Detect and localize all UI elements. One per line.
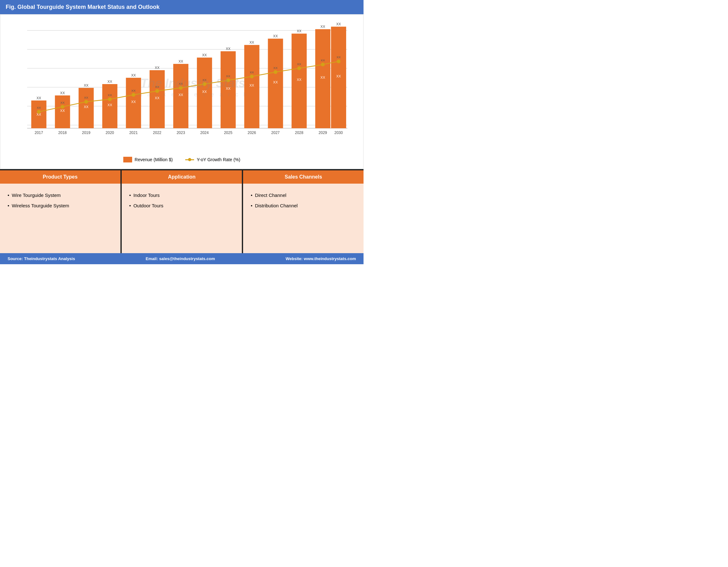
dot-2029 xyxy=(321,63,325,66)
svg-text:XX: XX xyxy=(84,83,89,87)
svg-text:XX: XX xyxy=(179,59,183,63)
legend-revenue: Revenue (Million $) xyxy=(123,157,173,162)
svg-text:2029: 2029 xyxy=(319,131,327,135)
svg-text:XX: XX xyxy=(336,74,341,78)
panel-product-types-list: Wire Tourguide System Wireless Tourguide… xyxy=(8,190,113,211)
svg-text:XX: XX xyxy=(226,74,230,78)
svg-text:XX: XX xyxy=(321,76,325,79)
dot-2022 xyxy=(155,89,159,93)
chart-container: The Industry Stats m a r k e t r e s e a… xyxy=(0,14,364,169)
svg-text:2030: 2030 xyxy=(334,131,343,135)
list-item: Wireless Tourguide System xyxy=(8,200,113,211)
svg-text:XX: XX xyxy=(155,66,160,70)
svg-text:XX: XX xyxy=(297,62,302,66)
footer-email: Email: sales@theindustrystats.com xyxy=(146,256,215,261)
svg-text:2021: 2021 xyxy=(129,131,138,135)
svg-text:XX: XX xyxy=(249,83,254,87)
svg-text:XX: XX xyxy=(107,103,112,107)
svg-text:XX: XX xyxy=(60,101,65,104)
panel-product-types: Product Types Wire Tourguide System Wire… xyxy=(0,170,122,253)
list-item: Indoor Tours xyxy=(129,190,235,200)
svg-text:2025: 2025 xyxy=(224,131,232,135)
svg-text:XX: XX xyxy=(60,109,65,113)
svg-text:2017: 2017 xyxy=(35,131,43,135)
panel-sales-channels-header: Sales Channels xyxy=(243,170,364,184)
dot-2017 xyxy=(37,110,41,114)
dot-2030 xyxy=(337,59,340,63)
list-item-distribution-channel: Distribution Channel xyxy=(251,200,356,211)
svg-text:XX: XX xyxy=(249,40,254,44)
legend-line-label: Y-oY Growth Rate (%) xyxy=(197,157,240,162)
dot-2018 xyxy=(61,105,64,109)
dot-2021 xyxy=(132,93,135,97)
list-item: Wire Tourguide System xyxy=(8,190,113,200)
svg-text:XX: XX xyxy=(155,85,159,88)
svg-text:XX: XX xyxy=(321,25,325,28)
panel-sales-channels: Sales Channels Direct Channel Distributi… xyxy=(243,170,364,253)
svg-text:XX: XX xyxy=(202,53,207,57)
svg-text:XX: XX xyxy=(226,87,230,90)
panel-product-types-body: Wire Tourguide System Wireless Tourguide… xyxy=(0,184,120,253)
svg-text:XX: XX xyxy=(202,90,207,94)
svg-text:XX: XX xyxy=(250,70,254,74)
dot-2026 xyxy=(250,75,254,78)
panel-product-types-header: Product Types xyxy=(0,170,120,184)
svg-text:XX: XX xyxy=(107,80,112,83)
svg-text:XX: XX xyxy=(132,89,136,92)
main-chart-svg: XX XX 2017 XX XX 2018 XX XX 2019 XX XX 2… xyxy=(10,21,354,154)
panels-wrapper: Product Types Wire Tourguide System Wire… xyxy=(0,169,364,253)
list-item-direct-channel: Direct Channel xyxy=(251,190,356,200)
dot-2020 xyxy=(108,97,112,101)
panel-application-body: Indoor Tours Outdoor Tours xyxy=(122,184,242,253)
legend-growth: Y-oY Growth Rate (%) xyxy=(185,157,240,162)
chart-area: The Industry Stats m a r k e t r e s e a… xyxy=(10,21,354,154)
svg-text:XX: XX xyxy=(37,96,41,100)
dot-2027 xyxy=(273,70,277,74)
svg-text:XX: XX xyxy=(37,106,41,109)
panel-application-header: Application xyxy=(122,170,242,184)
svg-text:XX: XX xyxy=(202,78,207,82)
svg-text:XX: XX xyxy=(273,66,278,70)
svg-text:XX: XX xyxy=(336,55,341,59)
footer-source: Source: Theindustrystats Analysis xyxy=(8,256,75,261)
svg-text:XX: XX xyxy=(131,73,136,77)
svg-text:XX: XX xyxy=(155,96,160,100)
svg-text:2018: 2018 xyxy=(58,131,67,135)
list-item: Outdoor Tours xyxy=(129,200,235,211)
svg-text:2027: 2027 xyxy=(271,131,280,135)
svg-text:XX: XX xyxy=(297,78,302,82)
svg-text:2019: 2019 xyxy=(82,131,90,135)
svg-text:2028: 2028 xyxy=(295,131,303,135)
legend-line-swatch xyxy=(185,159,194,160)
chart-legend: Revenue (Million $) Y-oY Growth Rate (%) xyxy=(10,157,354,162)
svg-text:XX: XX xyxy=(179,93,183,97)
svg-text:XX: XX xyxy=(273,80,278,84)
svg-text:XX: XX xyxy=(84,105,89,109)
svg-text:XX: XX xyxy=(60,91,65,95)
panel-sales-channels-body: Direct Channel Distribution Channel xyxy=(243,184,364,253)
dot-2024 xyxy=(203,82,206,86)
svg-text:XX: XX xyxy=(108,93,112,97)
svg-text:XX: XX xyxy=(297,29,302,33)
svg-text:2020: 2020 xyxy=(106,131,114,135)
svg-text:XX: XX xyxy=(273,34,278,38)
legend-bar-swatch xyxy=(123,157,132,162)
footer: Source: Theindustrystats Analysis Email:… xyxy=(0,253,364,264)
svg-text:2022: 2022 xyxy=(153,131,162,135)
svg-text:XX: XX xyxy=(336,22,341,26)
dot-2025 xyxy=(226,78,230,82)
panel-application-list: Indoor Tours Outdoor Tours xyxy=(129,190,235,211)
dot-2028 xyxy=(297,66,301,70)
panel-application: Application Indoor Tours Outdoor Tours xyxy=(122,170,243,253)
svg-text:XX: XX xyxy=(131,100,136,104)
svg-text:XX: XX xyxy=(321,58,325,62)
svg-text:2026: 2026 xyxy=(248,131,256,135)
svg-text:XX: XX xyxy=(84,96,89,99)
panel-sales-channels-list: Direct Channel Distribution Channel xyxy=(251,190,356,211)
svg-text:XX: XX xyxy=(226,47,230,51)
svg-text:XX: XX xyxy=(179,82,183,85)
dot-2023 xyxy=(179,86,183,90)
footer-website: Website: www.theindustrystats.com xyxy=(285,256,356,261)
dot-2019 xyxy=(84,100,88,104)
svg-text:2023: 2023 xyxy=(177,131,185,135)
